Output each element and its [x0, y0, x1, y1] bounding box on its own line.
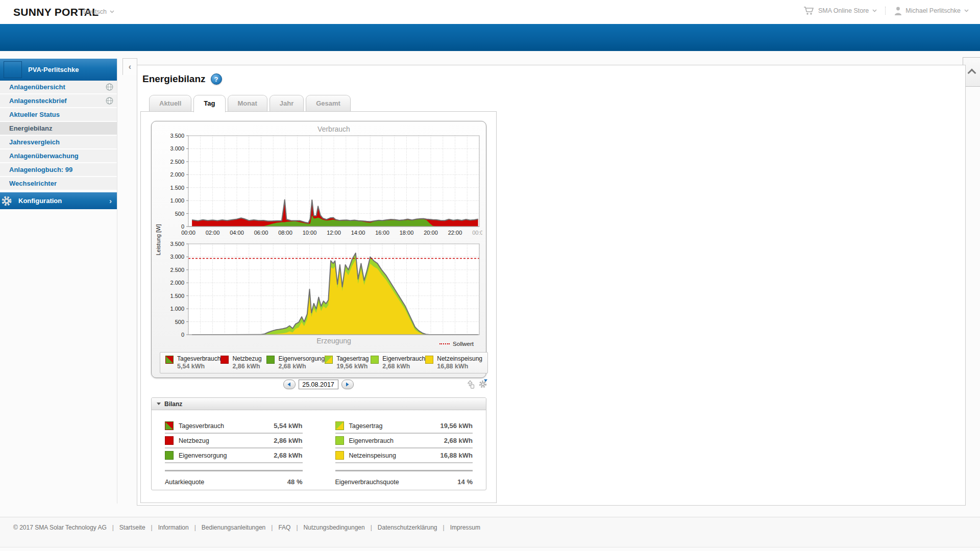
- footer-separator: |: [112, 524, 114, 531]
- footer-link-2[interactable]: Information: [158, 524, 189, 531]
- sidebar-item-7[interactable]: Anlagenlogbuch: 99: [0, 163, 117, 177]
- sidebar-menu: AnlagenübersichtAnlagensteckbriefAktuell…: [0, 81, 117, 191]
- legend-entry-3: Eigenversorgung2,68 kWh: [266, 355, 325, 370]
- eigenverbrauchsquote-value: 14 %: [457, 478, 473, 486]
- user-menu[interactable]: Michael Perlitschke: [894, 7, 969, 15]
- svg-text:04:00: 04:00: [230, 230, 244, 236]
- bilanz-swatch: [335, 451, 344, 460]
- sidebar-item-konfiguration[interactable]: Konfiguration ›: [0, 192, 117, 209]
- collapse-arrow-icon: [157, 403, 161, 405]
- top-bar: SUNNY PORTAL Deutsch SMA Online Store M: [0, 0, 980, 24]
- tab-tag[interactable]: Tag: [193, 95, 225, 112]
- bilanz-divider: [165, 470, 303, 471]
- main-content: Energiebilanz ? AktuellTagMonatJahrGesam…: [137, 65, 966, 506]
- svg-text:22:00: 22:00: [448, 230, 462, 236]
- legend-label: Netzbezug: [232, 355, 261, 363]
- page-title: Energiebilanz: [142, 73, 206, 85]
- svg-text:0: 0: [181, 223, 184, 230]
- footer-link-5[interactable]: Nutzungsbedingungen: [304, 524, 365, 531]
- help-icon[interactable]: ?: [211, 73, 222, 85]
- gear-icon: [0, 194, 13, 208]
- svg-text:16:00: 16:00: [375, 230, 389, 236]
- svg-text:500: 500: [175, 319, 184, 325]
- legend-value: 2,68 kWh: [278, 363, 325, 370]
- sidebar-item-6[interactable]: Anlagenüberwachung: [0, 149, 117, 163]
- legend-value: 16,88 kWh: [437, 363, 482, 370]
- footer: © 2017 SMA Solar Technology AG|Startseit…: [0, 517, 980, 547]
- bilanz-label: Eigenverbrauch: [349, 437, 394, 444]
- autarkiequote-row: Autarkiequote 48 %: [165, 478, 303, 486]
- sollwert-line-sample: [439, 343, 450, 344]
- sidebar-item-3[interactable]: Aktueller Status: [0, 108, 117, 122]
- chevron-up-icon: [968, 69, 976, 78]
- language-label: Deutsch: [83, 8, 107, 15]
- sidebar-item-label: Anlagenübersicht: [9, 83, 65, 91]
- tab-monat[interactable]: Monat: [228, 95, 267, 111]
- footer-link-1[interactable]: Startseite: [119, 524, 145, 531]
- bilanz-label: Netzeinspeisung: [349, 452, 396, 459]
- svg-text:08:00: 08:00: [278, 230, 292, 236]
- chevron-down-icon: [964, 9, 969, 12]
- autarkiequote-label: Autarkiequote: [165, 479, 204, 486]
- online-store-menu[interactable]: SMA Online Store: [803, 6, 877, 15]
- legend-value: 5,54 kWh: [177, 363, 220, 370]
- footer-separator: |: [371, 524, 372, 531]
- bilanz-value: 2,86 kWh: [274, 437, 302, 444]
- tab-gesamt[interactable]: Gesamt: [306, 95, 351, 111]
- tab-aktuell[interactable]: Aktuell: [149, 95, 191, 111]
- footer-separator: |: [194, 524, 196, 531]
- legend-label: Tagesverbrauch: [177, 355, 220, 363]
- sidebar-item-5[interactable]: Jahresvergleich: [0, 136, 117, 149]
- chart-tools: [465, 379, 488, 391]
- footer-link-7[interactable]: Impressum: [450, 524, 480, 531]
- copyright: © 2017 SMA Solar Technology AG: [13, 524, 107, 531]
- legend-entry-4: Tagesertrag19,56 kWh: [325, 355, 371, 370]
- user-icon: [894, 7, 902, 15]
- legend-value: 2,86 kWh: [232, 363, 261, 370]
- sidebar-item-label: Jahresvergleich: [9, 138, 60, 146]
- chart-legend: Tagesverbrauch5,54 kWhNetzbezug2,86 kWhE…: [160, 352, 488, 373]
- svg-text:2.000: 2.000: [170, 280, 184, 286]
- sidebar-divider: [117, 59, 117, 504]
- sidebar-item-4[interactable]: Energiebilanz: [0, 122, 117, 136]
- chart-settings-icon[interactable]: [478, 379, 488, 391]
- svg-text:1.000: 1.000: [170, 197, 184, 204]
- sidebar-item-2[interactable]: Anlagensteckbrief: [0, 94, 117, 108]
- chevron-down-icon: [110, 10, 114, 13]
- sidebar-item-8[interactable]: Wechselrichter: [0, 177, 117, 191]
- tab-jahr[interactable]: Jahr: [270, 95, 304, 111]
- next-day-button[interactable]: [341, 380, 354, 389]
- online-store-label: SMA Online Store: [818, 7, 869, 14]
- bilanz-value: 16,88 kWh: [440, 452, 473, 459]
- svg-text:0: 0: [181, 332, 184, 338]
- tab-content: Leistung [W] 05001.0001.5002.0002.5003.0…: [140, 111, 497, 503]
- legend-value: 19,56 kWh: [336, 363, 369, 370]
- svg-text:06:00: 06:00: [254, 230, 268, 236]
- svg-text:02:00: 02:00: [206, 230, 220, 236]
- legend-swatch: [371, 356, 379, 364]
- svg-text:14:00: 14:00: [351, 230, 365, 236]
- bilanz-row: Netzbezug2,86 kWh: [165, 434, 303, 448]
- date-input[interactable]: [299, 380, 338, 389]
- tab-strip: AktuellTagMonatJahrGesamt: [149, 95, 353, 112]
- legend-entry-1: Tagesverbrauch5,54 kWh: [165, 355, 220, 370]
- sidebar-item-1[interactable]: Anlagenübersicht: [0, 81, 117, 94]
- plant-header[interactable]: PVA-Perlitschke: [0, 59, 117, 81]
- footer-link-3[interactable]: Bedienungsanleitungen: [202, 524, 265, 531]
- sidebar-collapse-button[interactable]: ‹: [122, 58, 137, 75]
- previous-day-button[interactable]: [283, 380, 296, 389]
- language-selector[interactable]: Deutsch: [83, 8, 114, 15]
- svg-text:3.500: 3.500: [170, 242, 184, 247]
- bilanz-header[interactable]: Bilanz: [152, 398, 486, 410]
- sollwert-legend: Sollwert: [439, 341, 474, 347]
- footer-link-4[interactable]: FAQ: [278, 524, 290, 531]
- legend-swatch: [425, 356, 433, 364]
- footer-separator: |: [151, 524, 153, 531]
- erzeugung-chart: 05001.0001.5002.0002.5003.0003.500Erzeug…: [156, 242, 482, 347]
- publish-icon[interactable]: [465, 379, 475, 391]
- globe-icon: [106, 83, 113, 91]
- bilanz-left-column: Tagesverbrauch5,54 kWhNetzbezug2,86 kWhE…: [165, 419, 303, 486]
- footer-link-6[interactable]: Datenschutzerklärung: [378, 524, 437, 531]
- date-navigation: [151, 380, 485, 389]
- bilanz-value: 2,68 kWh: [444, 437, 473, 444]
